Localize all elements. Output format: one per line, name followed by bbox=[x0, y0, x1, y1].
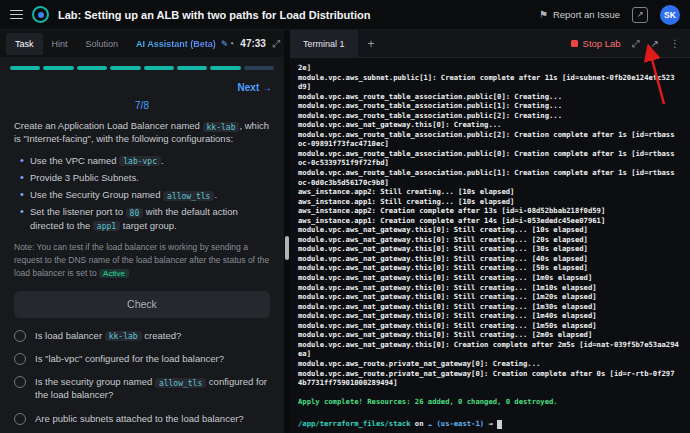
text-segment: Create an Application Load Balancer name… bbox=[14, 120, 203, 131]
lab-timer: 47:33 bbox=[240, 38, 266, 49]
question-text: Are public subnets attached to the load … bbox=[35, 412, 244, 425]
text-segment bbox=[497, 420, 502, 429]
task-bullet-list: Use the VPC named lab-vpc. Provide 3 Pub… bbox=[14, 154, 270, 232]
text-segment: kk-lab bbox=[203, 122, 240, 132]
app-logo-icon bbox=[32, 6, 49, 23]
terminal-line: module.vpc.aws_route.private_nat_gateway… bbox=[298, 369, 682, 379]
terminal-line: module.vpc.aws_route_table_association.p… bbox=[298, 168, 682, 178]
text-segment: . bbox=[161, 155, 164, 166]
radio-circle-icon bbox=[14, 376, 26, 388]
terminal-line: module.vpc.aws_route.private_nat_gateway… bbox=[298, 359, 682, 369]
report-issue-button[interactable]: ⚑ Report an Issue bbox=[539, 9, 620, 20]
text-segment: → bbox=[484, 419, 497, 428]
new-terminal-button[interactable]: + bbox=[358, 37, 385, 51]
lab-title: Lab: Setting up an ALB with two paths fo… bbox=[58, 9, 370, 21]
timer-icon: ◔ bbox=[228, 38, 234, 49]
stop-lab-button[interactable]: Stop Lab bbox=[571, 38, 621, 49]
terminal-line: Apply complete! Resources: 26 added, 0 c… bbox=[298, 397, 682, 407]
text-segment: app1 bbox=[93, 221, 120, 231]
text-segment: allow_tls bbox=[155, 378, 206, 388]
pencil-icon: ✎ bbox=[221, 39, 229, 49]
terminal-prompt: /app/terraform_files/stack on ☁ (us-east… bbox=[298, 419, 682, 429]
step-counter: 7/8 bbox=[0, 95, 284, 119]
question-item[interactable]: Is "lab-vpc" configured for the load bal… bbox=[14, 352, 270, 365]
terminal-line: oc-09891f73fac4710ec] bbox=[298, 139, 682, 149]
hamburger-menu-icon[interactable] bbox=[10, 10, 23, 20]
terminal-line: module.vpc.aws_nat_gateway.this[0]: Crea… bbox=[298, 120, 682, 130]
text-segment: created? bbox=[142, 330, 182, 341]
terminal-body[interactable]: 2e]module.vpc.aws_subnet.public[1]: Crea… bbox=[290, 58, 690, 433]
terminal-line: module.vpc.aws_route_table_association.p… bbox=[298, 130, 682, 140]
terminal-line: module.vpc.aws_nat_gateway.this[0]: Stil… bbox=[298, 273, 682, 283]
text-segment: Is the security group named bbox=[35, 376, 155, 387]
expand-panel-icon[interactable]: ⤢ bbox=[272, 38, 280, 50]
text-segment: Use the VPC named bbox=[30, 155, 119, 166]
terminal-line bbox=[298, 388, 682, 398]
question-text: Is "lab-vpc" configured for the load bal… bbox=[35, 352, 224, 365]
tab-ai-assistant[interactable]: AI Assistant (Beta) bbox=[127, 33, 225, 55]
terminal-line: module.vpc.aws_nat_gateway.this[0]: Stil… bbox=[298, 311, 682, 321]
terminal-line: module.vpc.aws_nat_gateway.this[0]: Stil… bbox=[298, 244, 682, 254]
terminal-line: aws_instance.app1: Creation complete aft… bbox=[298, 216, 682, 226]
flag-icon: ⚑ bbox=[539, 9, 548, 20]
share-button[interactable]: ↗ bbox=[632, 7, 648, 23]
question-item[interactable]: Is the security group named allow_tls co… bbox=[14, 375, 270, 402]
text-segment: Note: You can test if the load balancer … bbox=[14, 242, 269, 278]
terminal-line: oc-0c5339751f9f72fbd] bbox=[298, 158, 682, 168]
share-icon: ↗ bbox=[637, 10, 644, 19]
terminal-output: 2e]module.vpc.aws_subnet.public[1]: Crea… bbox=[298, 63, 682, 416]
terminal-tab-1[interactable]: Terminal 1 bbox=[290, 30, 358, 57]
terminal-line: ea] bbox=[298, 349, 682, 359]
report-issue-label: Report an Issue bbox=[553, 9, 620, 20]
terminal-line: module.vpc.aws_route_table_association.p… bbox=[298, 101, 682, 111]
terminal-line: module.vpc.aws_nat_gateway.this[0]: Stil… bbox=[298, 321, 682, 331]
terminal-line: module.vpc.aws_nat_gateway.this[0]: Crea… bbox=[298, 340, 682, 350]
question-item[interactable]: Are public subnets attached to the load … bbox=[14, 412, 270, 425]
user-avatar[interactable]: SK bbox=[660, 5, 680, 25]
resize-handle[interactable] bbox=[285, 236, 289, 260]
terminal-line: aws_instance.app2: Creation complete aft… bbox=[298, 206, 682, 216]
terminal-line bbox=[298, 407, 682, 417]
open-external-icon[interactable]: ↗ bbox=[651, 38, 659, 49]
tab-solution[interactable]: Solution bbox=[77, 33, 128, 55]
terminal-line: 2e] bbox=[298, 63, 682, 73]
text-segment: on bbox=[411, 419, 428, 428]
task-bullet: Use the VPC named lab-vpc. bbox=[30, 154, 270, 167]
text-segment: /app/terraform_files/stack bbox=[298, 419, 411, 428]
main-layout: Task Hint Solution AI Assistant (Beta) ✎… bbox=[0, 30, 690, 433]
terminal-menu-icon[interactable]: ⋮ bbox=[670, 38, 680, 49]
stop-icon bbox=[571, 40, 578, 47]
tab-task[interactable]: Task bbox=[6, 33, 43, 55]
next-button[interactable]: Next → bbox=[238, 82, 272, 93]
terminal-line: module.vpc.aws_nat_gateway.this[0]: Stil… bbox=[298, 254, 682, 264]
text-segment: Active bbox=[99, 269, 129, 278]
terminal-line: module.vpc.aws_nat_gateway.this[0]: Stil… bbox=[298, 302, 682, 312]
terminal-line: aws_instance.app1: Still creating... [10… bbox=[298, 197, 682, 207]
top-bar: Lab: Setting up an ALB with two paths fo… bbox=[0, 0, 690, 30]
fullscreen-terminal-icon[interactable]: ⤢ bbox=[632, 38, 640, 50]
text-segment: (us-east-1) bbox=[436, 419, 484, 428]
text-segment: 80 bbox=[126, 208, 144, 218]
terminal-line: module.vpc.aws_nat_gateway.this[0]: Stil… bbox=[298, 292, 682, 302]
terminal-line: module.vpc.aws_nat_gateway.this[0]: Stil… bbox=[298, 235, 682, 245]
question-text: Is load balancer kk-lab created? bbox=[35, 329, 181, 342]
terminal-line: 4b7731ff75901000289494] bbox=[298, 378, 682, 388]
text-segment: kk-lab bbox=[105, 331, 142, 341]
terminal-line: module.vpc.aws_route_table_association.p… bbox=[298, 111, 682, 121]
task-content: Create an Application Load Balancer name… bbox=[0, 119, 284, 425]
validation-questions: Is load balancer kk-lab created? Is "lab… bbox=[14, 329, 270, 425]
terminal-line: module.vpc.aws_route_table_association.p… bbox=[298, 149, 682, 159]
text-segment: lab-vpc bbox=[119, 156, 161, 166]
terminal-line: module.vpc.aws_subnet.public[1]: Creatio… bbox=[298, 73, 682, 83]
task-panel: Task Hint Solution AI Assistant (Beta) ✎… bbox=[0, 30, 284, 433]
stop-lab-label: Stop Lab bbox=[583, 38, 621, 49]
check-button[interactable]: Check bbox=[14, 291, 270, 318]
question-item[interactable]: Is load balancer kk-lab created? bbox=[14, 329, 270, 342]
terminal-line: oc-0d0c3b5d56170c9b8] bbox=[298, 178, 682, 188]
terminal-line: module.vpc.aws_nat_gateway.this[0]: Stil… bbox=[298, 330, 682, 340]
terminal-panel: Terminal 1 + Stop Lab ⤢ ↗ ⋮ 2e]module.vp… bbox=[290, 30, 690, 433]
tab-hint[interactable]: Hint bbox=[43, 33, 77, 55]
text-segment: allow_tls bbox=[163, 191, 214, 201]
task-bullet: Set the listener port to 80 with the def… bbox=[30, 205, 270, 232]
terminal-line: module.vpc.aws_nat_gateway.this[0]: Stil… bbox=[298, 263, 682, 273]
